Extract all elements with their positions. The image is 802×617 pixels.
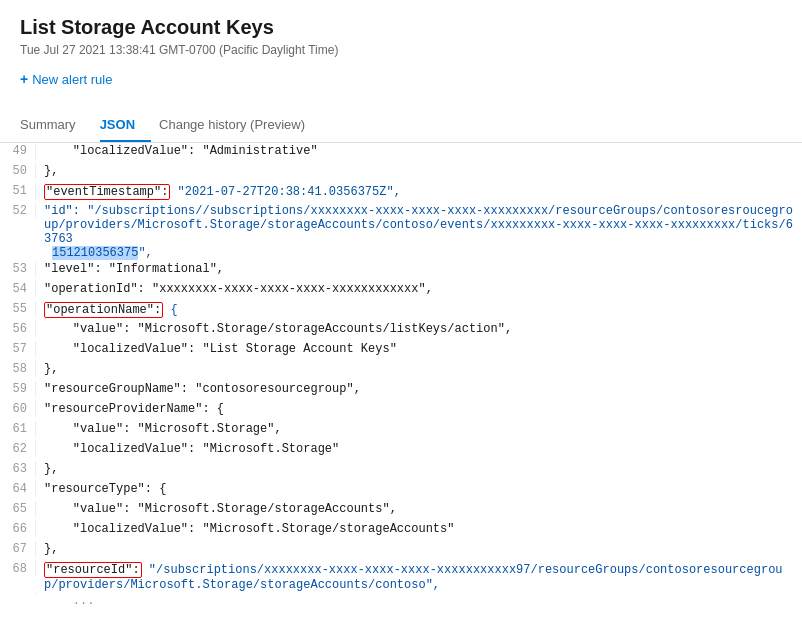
json-line-row: 62 "localizedValue": "Microsoft.Storage" <box>0 441 802 461</box>
line-content: "resourceType": { <box>36 481 802 497</box>
json-line-row: 57 "localizedValue": "List Storage Accou… <box>0 341 802 361</box>
json-line-row: 66 "localizedValue": "Microsoft.Storage/… <box>0 521 802 541</box>
page-subtitle: Tue Jul 27 2021 13:38:41 GMT-0700 (Pacif… <box>20 43 782 57</box>
json-line-row: 53"level": "Informational", <box>0 261 802 281</box>
json-line-row: 67}, <box>0 541 802 561</box>
json-line-row: 49 "localizedValue": "Administrative" <box>0 143 802 163</box>
highlighted-key: "eventTimestamp": <box>44 184 170 200</box>
highlighted-key: "resourceId": <box>44 562 142 578</box>
json-panel: 49 "localizedValue": "Administrative"50}… <box>0 143 802 613</box>
line-content: ... <box>36 593 802 609</box>
line-number: 67 <box>0 541 36 557</box>
json-line-row: 51"eventTimestamp": "2021-07-27T20:38:41… <box>0 183 802 203</box>
line-number <box>0 593 36 595</box>
line-number: 68 <box>0 561 36 577</box>
line-number: 59 <box>0 381 36 397</box>
line-content: }, <box>36 163 802 179</box>
line-number: 49 <box>0 143 36 159</box>
line-content: "localizedValue": "Administrative" <box>36 143 802 159</box>
line-content: "value": "Microsoft.Storage/storageAccou… <box>36 501 802 517</box>
line-number: 64 <box>0 481 36 497</box>
line-content: "operationName": { <box>36 301 802 319</box>
line-content: }, <box>36 361 802 377</box>
line-number: 51 <box>0 183 36 199</box>
json-line-row: 60"resourceProviderName": { <box>0 401 802 421</box>
line-number: 56 <box>0 321 36 337</box>
line-number: 65 <box>0 501 36 517</box>
line-number: 55 <box>0 301 36 317</box>
tab-json[interactable]: JSON <box>100 109 151 142</box>
json-line-row: 65 "value": "Microsoft.Storage/storageAc… <box>0 501 802 521</box>
new-alert-rule-button[interactable]: + New alert rule <box>20 67 112 91</box>
line-number: 61 <box>0 421 36 437</box>
json-line-row: 58}, <box>0 361 802 381</box>
tab-summary[interactable]: Summary <box>20 109 92 142</box>
json-line-row: 54"operationId": "xxxxxxxx-xxxx-xxxx-xxx… <box>0 281 802 301</box>
line-content: "value": "Microsoft.Storage/storageAccou… <box>36 321 802 337</box>
highlighted-key: "operationName": <box>44 302 163 318</box>
json-line-row: 61 "value": "Microsoft.Storage", <box>0 421 802 441</box>
header-area: List Storage Account Keys Tue Jul 27 202… <box>0 0 802 109</box>
json-line-row: 59"resourceGroupName": "contosoresourceg… <box>0 381 802 401</box>
plus-icon: + <box>20 71 28 87</box>
page-title: List Storage Account Keys <box>20 16 782 39</box>
line-number: 62 <box>0 441 36 457</box>
line-content: "id": "/subscriptions//subscriptions/xxx… <box>36 203 802 261</box>
line-number: 60 <box>0 401 36 417</box>
line-number: 54 <box>0 281 36 297</box>
line-number: 66 <box>0 521 36 537</box>
line-content: "resourceId": "/subscriptions/xxxxxxxx-x… <box>36 561 802 593</box>
line-number: 63 <box>0 461 36 477</box>
json-line-row: 64"resourceType": { <box>0 481 802 501</box>
line-content: "operationId": "xxxxxxxx-xxxx-xxxx-xxxx-… <box>36 281 802 297</box>
line-content: }, <box>36 541 802 557</box>
line-content: "localizedValue": "Microsoft.Storage/sto… <box>36 521 802 537</box>
line-content: "eventTimestamp": "2021-07-27T20:38:41.0… <box>36 183 802 201</box>
json-line-row: 68"resourceId": "/subscriptions/xxxxxxxx… <box>0 561 802 593</box>
tab-change-history[interactable]: Change history (Preview) <box>159 109 321 142</box>
json-line-row: 52"id": "/subscriptions//subscriptions/x… <box>0 203 802 261</box>
line-number: 52 <box>0 203 36 219</box>
line-number: 53 <box>0 261 36 277</box>
line-content: }, <box>36 461 802 477</box>
line-content: "resourceProviderName": { <box>36 401 802 417</box>
json-line-row: ... <box>0 593 802 613</box>
line-number: 50 <box>0 163 36 179</box>
line-number: 58 <box>0 361 36 377</box>
line-number: 57 <box>0 341 36 357</box>
line-content: "value": "Microsoft.Storage", <box>36 421 802 437</box>
json-line-row: 55"operationName": { <box>0 301 802 321</box>
line-content: "localizedValue": "List Storage Account … <box>36 341 802 357</box>
json-lines-container: 49 "localizedValue": "Administrative"50}… <box>0 143 802 613</box>
new-alert-label: New alert rule <box>32 72 112 87</box>
json-line-row: 50}, <box>0 163 802 183</box>
json-line-row: 56 "value": "Microsoft.Storage/storageAc… <box>0 321 802 341</box>
json-line-row: 63}, <box>0 461 802 481</box>
line-content: "localizedValue": "Microsoft.Storage" <box>36 441 802 457</box>
line-content: "level": "Informational", <box>36 261 802 277</box>
tabs-bar: Summary JSON Change history (Preview) <box>0 109 802 143</box>
line-content: "resourceGroupName": "contosoresourcegro… <box>36 381 802 397</box>
